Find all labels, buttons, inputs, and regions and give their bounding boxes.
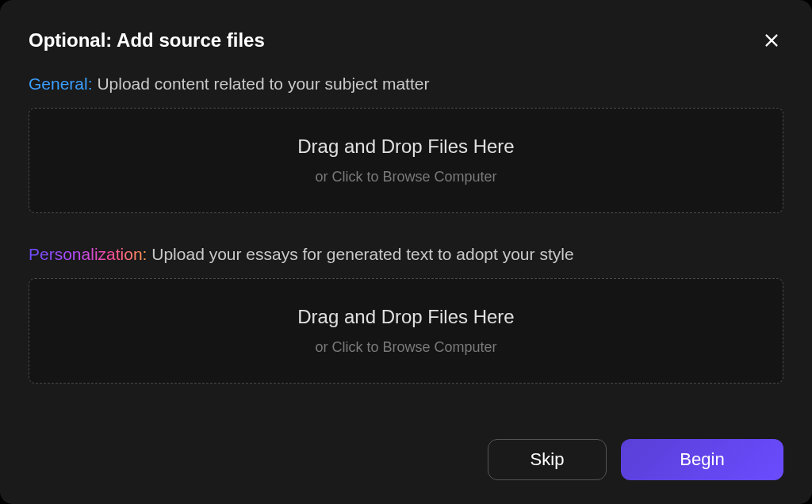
close-button[interactable] [760,29,783,52]
modal-footer: Skip Begin [29,439,783,480]
personalization-section: Personalization: Upload your essays for … [29,245,783,384]
personalization-dropzone-subtitle: or Click to Browse Computer [45,339,767,356]
close-icon [763,32,780,49]
begin-button[interactable]: Begin [621,439,783,480]
general-label: General: [29,74,93,93]
general-section-header: General: Upload content related to your … [29,74,783,94]
modal-title: Optional: Add source files [29,29,265,52]
personalization-dropzone[interactable]: Drag and Drop Files Here or Click to Bro… [29,278,783,384]
modal-header: Optional: Add source files [29,29,783,52]
general-dropzone-title: Drag and Drop Files Here [45,136,767,158]
general-dropzone[interactable]: Drag and Drop Files Here or Click to Bro… [29,108,783,213]
personalization-section-header: Personalization: Upload your essays for … [29,245,783,264]
general-description: Upload content related to your subject m… [93,74,430,93]
personalization-description: Upload your essays for generated text to… [147,245,573,263]
add-source-files-modal: Optional: Add source files General: Uplo… [0,0,812,504]
general-dropzone-subtitle: or Click to Browse Computer [45,169,767,185]
skip-button[interactable]: Skip [488,439,607,480]
personalization-dropzone-title: Drag and Drop Files Here [45,306,767,328]
general-section: General: Upload content related to your … [29,74,783,213]
personalization-label: Personalization: [29,245,147,263]
